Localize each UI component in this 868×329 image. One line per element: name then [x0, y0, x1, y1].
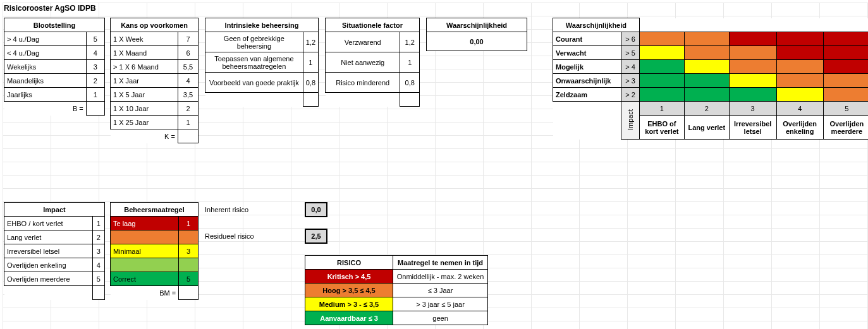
cell: 5	[86, 32, 104, 46]
risico-header: RISICO	[305, 256, 393, 270]
matrix-col-num: 5	[823, 102, 868, 116]
cell: 5	[92, 272, 104, 286]
cell: Overlijden enkeling	[4, 258, 93, 272]
matrix-row-label: Zeldzaam	[553, 88, 621, 102]
cell: 4	[86, 46, 104, 60]
k-input[interactable]	[178, 129, 198, 143]
matrix-row-label: Onwaarschijnlijk	[553, 74, 621, 88]
matrix-cell	[729, 88, 776, 102]
impact-input[interactable]	[92, 286, 104, 300]
matrix-row-thr: > 4	[621, 60, 640, 74]
cell: 4	[178, 74, 198, 88]
cell: 5	[179, 272, 199, 286]
cell: Hoog > 3,5 ≤ 4,5	[305, 284, 393, 297]
cell	[111, 230, 179, 244]
cell: 1	[86, 88, 104, 102]
cell: 1	[400, 52, 420, 73]
matrix-col-label: Irreversibel letsel	[729, 116, 776, 140]
matrix-cell	[823, 60, 868, 74]
cell: Verzwarend	[326, 32, 400, 52]
cell: 1 X Jaar	[111, 74, 178, 88]
matrix-cell	[776, 88, 823, 102]
matrix-cell	[776, 46, 823, 60]
matrix-cell	[729, 32, 776, 46]
impact-header: Impact	[4, 203, 105, 217]
matrix-row-thr: > 3	[621, 74, 640, 88]
matrix-cell	[684, 46, 729, 60]
cell: Voorbeeld van goede praktijk	[205, 73, 303, 93]
cell: Risico minderend	[326, 73, 400, 93]
cell: 1 X Maand	[111, 46, 178, 60]
situationeel-input[interactable]	[400, 93, 420, 107]
inherent-label: Inherent risico	[205, 206, 248, 213]
table-beheersmaatregel: Beheersmaatregel Te laag1 Minimaal3 Corr…	[110, 202, 199, 300]
matrix-cell	[823, 32, 868, 46]
cell: Aanvaardbaar ≤ 3	[305, 311, 393, 325]
matrix-impact-label: Impact	[621, 102, 640, 140]
matrix-col-num: 1	[639, 102, 684, 116]
cell: 1	[178, 116, 198, 129]
matrix-cell	[684, 88, 729, 102]
intrinsiek-input[interactable]	[303, 93, 318, 107]
matrix-cell	[823, 46, 868, 60]
cell: EHBO / kort verlet	[4, 217, 93, 230]
cell: Kritisch > 4,5	[305, 270, 393, 284]
cell: > 3 jaar ≤ 5 jaar	[393, 297, 488, 311]
matrix-row: Verwacht > 5	[553, 46, 869, 60]
cell: Geen of gebrekkige beheersing	[205, 32, 303, 52]
matrix-col-num: 3	[729, 102, 776, 116]
matrix-col-label: EHBO of kort verlet	[639, 116, 684, 140]
matrix-cell	[823, 88, 868, 102]
matrix-row-thr: > 2	[621, 88, 640, 102]
table-blootstelling: Blootstelling > 4 u./Dag5 < 4 u./Dag4 We…	[4, 18, 105, 116]
matrix-cell	[776, 74, 823, 88]
b-equals-label: B =	[4, 102, 87, 116]
cell: 1,2	[400, 32, 420, 52]
cell: Maandelijks	[4, 74, 87, 88]
cell: 1 X 5 Jaar	[111, 88, 178, 102]
risk-matrix: Waarschijnlijkheid Courant > 6 Verwacht …	[553, 18, 868, 140]
cell: Jaarlijks	[4, 88, 87, 102]
cell: 3	[92, 244, 104, 258]
matrix-row: Onwaarschijnlijk > 3	[553, 74, 869, 88]
cell: Irreversibel letsel	[4, 244, 93, 258]
matrix-header: Waarschijnlijkheid	[553, 18, 640, 32]
cell: 1	[92, 217, 104, 230]
cell: Onmiddellijk - max. 2 weken	[393, 270, 488, 284]
table-waarschijnlijkheid: Waarschijnlijkheid 0,00	[426, 18, 527, 51]
matrix-cell	[639, 74, 684, 88]
matrix-cell	[639, 46, 684, 60]
cell: 3	[86, 60, 104, 74]
cell: Lang verlet	[4, 230, 93, 244]
matrix-row-thr: > 5	[621, 46, 640, 60]
matrix-cell	[776, 60, 823, 74]
bm-equals-label: BM =	[111, 286, 179, 300]
residueel-label: Residueel risico	[205, 232, 254, 240]
matrix-cell	[776, 32, 823, 46]
b-input[interactable]	[86, 102, 104, 116]
page-title: Risicorooster AgSO IDPB	[4, 4, 96, 13]
cell: 2	[86, 74, 104, 88]
cell: < 4 u./Dag	[4, 46, 87, 60]
matrix-cell	[639, 60, 684, 74]
cell: 2	[178, 102, 198, 116]
cell: Medium > 3 - ≤ 3,5	[305, 297, 393, 311]
matrix-row: Zeldzaam > 2	[553, 88, 869, 102]
cell: > 1 X 6 Maand	[111, 60, 178, 74]
maatregel-header: Maatregel te nemen in tijd	[393, 256, 488, 270]
kans-header: Kans op voorkomen	[111, 18, 199, 32]
k-equals-label: K =	[111, 129, 178, 143]
cell: 1,2	[303, 32, 318, 52]
cell: ≤ 3 Jaar	[393, 284, 488, 297]
matrix-cell	[729, 60, 776, 74]
waarschijnlijkheid-header: Waarschijnlijkheid	[427, 18, 527, 32]
cell: 5,5	[178, 60, 198, 74]
beheersmaatregel-header: Beheersmaatregel	[111, 203, 199, 217]
situationeel-header: Situationele factor	[326, 18, 420, 32]
cell: geen	[393, 311, 488, 325]
waarschijnlijkheid-value: 0,00	[427, 32, 527, 51]
cell	[179, 258, 199, 272]
bm-input[interactable]	[179, 286, 199, 300]
matrix-cell	[684, 74, 729, 88]
cell: Minimaal	[111, 244, 179, 258]
